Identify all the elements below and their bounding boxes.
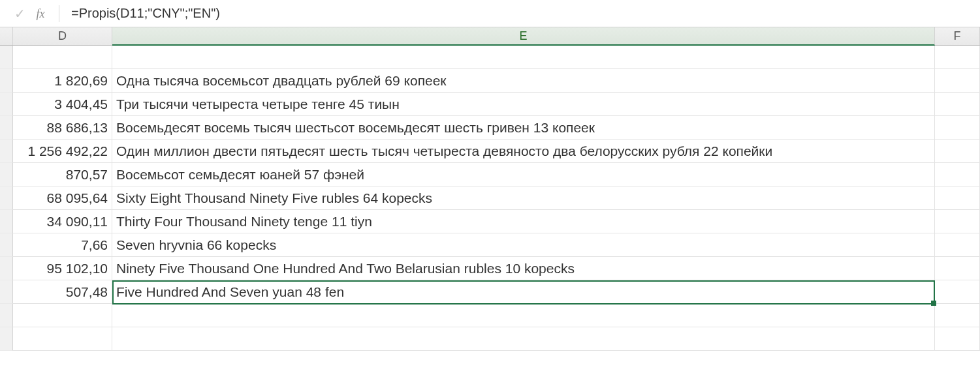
cell[interactable]: 870,57 (13, 163, 112, 186)
column-headers: D E F (0, 27, 980, 46)
cell[interactable] (935, 93, 980, 116)
cell[interactable] (935, 46, 980, 69)
cell[interactable] (112, 46, 935, 69)
cell[interactable] (935, 69, 980, 93)
cell[interactable]: Sixty Eight Thousand Ninety Five rubles … (112, 186, 935, 210)
cell[interactable] (13, 46, 112, 69)
formula-input[interactable] (63, 0, 980, 27)
cell[interactable] (13, 327, 112, 351)
row-header[interactable] (0, 280, 13, 304)
cell[interactable]: Thirty Four Thousand Ninety tenge 11 tiy… (112, 210, 935, 233)
cell[interactable]: 34 090,11 (13, 210, 112, 233)
cell[interactable] (935, 116, 980, 140)
cell[interactable]: Seven hryvnia 66 kopecks (112, 233, 935, 257)
fx-icon[interactable]: fx (29, 8, 52, 20)
cell[interactable]: Три тысячи четыреста четыре тенге 45 тиы… (112, 93, 935, 116)
cell[interactable] (112, 327, 935, 351)
cell[interactable]: Одна тысяча восемьсот двадцать рублей 69… (112, 69, 935, 93)
row-header[interactable] (0, 163, 13, 186)
column-header-f[interactable]: F (935, 27, 980, 45)
select-all-corner[interactable] (0, 27, 13, 45)
cell[interactable] (935, 280, 980, 304)
cell[interactable]: 88 686,13 (13, 116, 112, 140)
cell[interactable]: 7,66 (13, 233, 112, 257)
column-header-d[interactable]: D (13, 27, 112, 45)
cell[interactable]: 1 256 492,22 (13, 140, 112, 163)
cell[interactable] (935, 210, 980, 233)
cell[interactable]: Five Hundred And Seven yuan 48 fen (112, 280, 935, 304)
row-header[interactable] (0, 257, 13, 280)
cell[interactable] (112, 304, 935, 327)
cell[interactable] (935, 327, 980, 351)
cell[interactable]: Восемьсот семьдесят юаней 57 фэней (112, 163, 935, 186)
cell[interactable]: Восемьдесят восемь тысяч шестьсот восемь… (112, 116, 935, 140)
cell[interactable]: 3 404,45 (13, 93, 112, 116)
row-header[interactable] (0, 233, 13, 257)
formula-bar: ✓ fx (0, 0, 980, 27)
cell[interactable] (935, 233, 980, 257)
row-header[interactable] (0, 186, 13, 210)
row-header[interactable] (0, 327, 13, 351)
cell[interactable] (935, 163, 980, 186)
cell[interactable]: 507,48 (13, 280, 112, 304)
column-header-e[interactable]: E (112, 27, 935, 46)
cell[interactable]: Ninety Five Thousand One Hundred And Two… (112, 257, 935, 280)
formula-bar-separator (59, 5, 59, 22)
formula-confirm-icon[interactable]: ✓ (10, 7, 29, 20)
row-header[interactable] (0, 116, 13, 140)
row-header[interactable] (0, 69, 13, 93)
cell[interactable]: Один миллион двести пятьдесят шесть тыся… (112, 140, 935, 163)
cell[interactable] (13, 304, 112, 327)
cell[interactable]: 95 102,10 (13, 257, 112, 280)
row-header[interactable] (0, 210, 13, 233)
cell[interactable] (935, 186, 980, 210)
cell[interactable]: 68 095,64 (13, 186, 112, 210)
row-header[interactable] (0, 304, 13, 327)
spreadsheet-grid[interactable]: 1 820,69Одна тысяча восемьсот двадцать р… (0, 46, 980, 351)
cell[interactable]: 1 820,69 (13, 69, 112, 93)
cell[interactable] (935, 304, 980, 327)
cell[interactable] (935, 257, 980, 280)
row-header[interactable] (0, 46, 13, 69)
cell[interactable] (935, 140, 980, 163)
row-header[interactable] (0, 140, 13, 163)
row-header[interactable] (0, 93, 13, 116)
